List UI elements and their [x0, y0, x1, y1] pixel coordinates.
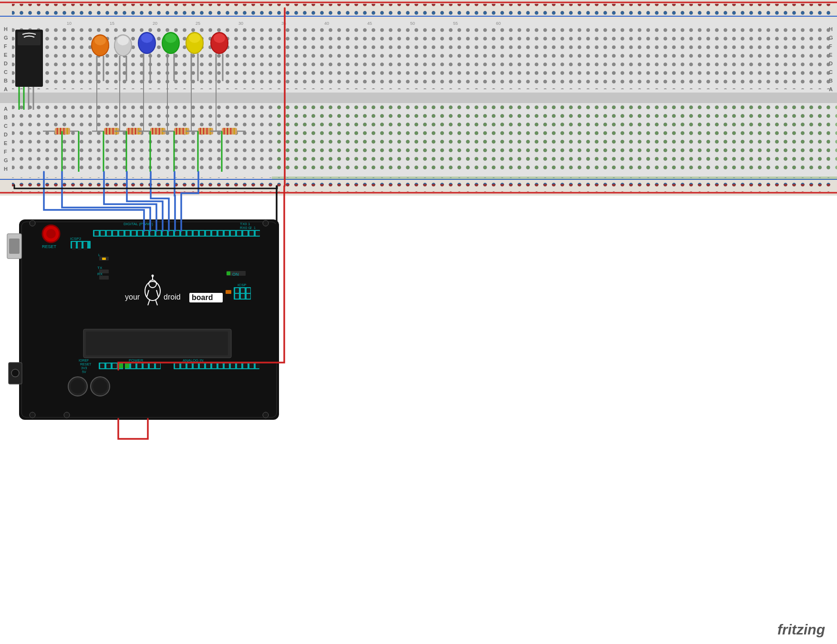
arduino-your-text: your	[125, 293, 140, 301]
arduino-tx-label: TX	[97, 266, 103, 270]
arduino-power-pins	[100, 364, 160, 368]
red-led-highlight	[214, 33, 225, 43]
black-ground-wire	[124, 186, 277, 370]
svg-rect-15	[125, 231, 130, 236]
wire-to-resistor-3	[104, 172, 156, 231]
svg-rect-11	[101, 231, 105, 236]
arduino-reset-label: RESET	[42, 244, 57, 249]
arduino-cap1	[226, 290, 231, 294]
arduino-pin-label-2: 2	[250, 226, 252, 229]
svg-rect-14	[119, 231, 124, 236]
arduino-robot-antenna-tip	[152, 275, 154, 277]
svg-rect-31	[225, 231, 229, 236]
svg-rect-52	[231, 364, 235, 368]
arduino-3v3-label: 3V3	[81, 366, 87, 370]
row-label-b2: B	[4, 114, 8, 120]
row-label-a-r: A	[829, 86, 833, 92]
svg-rect-18	[144, 231, 148, 236]
svg-rect-16	[132, 231, 136, 236]
svg-rect-23	[175, 231, 179, 236]
col-num-30: 30	[238, 21, 243, 26]
arduino-digital-header	[93, 230, 260, 237]
svg-rect-35	[249, 231, 254, 236]
col-num-50: 50	[410, 21, 415, 26]
bottom-blue-rail-dots	[12, 177, 832, 185]
arduino-cap-left	[68, 377, 87, 396]
arduino-analog-label: ANALOG IN	[183, 358, 204, 363]
arduino-l-led-area	[99, 257, 109, 260]
ir-sensor-arc2	[24, 36, 34, 38]
svg-rect-19	[150, 231, 155, 236]
yellow-led-highlight	[189, 33, 200, 43]
svg-rect-4	[72, 242, 76, 248]
mount-hole-bl	[30, 412, 35, 418]
svg-rect-9	[83, 248, 87, 250]
row-label-h: H	[4, 26, 8, 32]
arduino-reset-button[interactable]	[42, 225, 60, 242]
row-label-c2: C	[4, 123, 8, 129]
row-label-c-r: C	[829, 69, 833, 75]
ir-sensor-arc	[22, 33, 36, 35]
bottom-red-rail-dots	[12, 184, 832, 192]
svg-rect-25	[187, 231, 192, 236]
svg-rect-55	[249, 364, 254, 368]
svg-rect-51	[225, 364, 229, 368]
top-blue-rail-dots	[12, 10, 832, 18]
r5-body	[174, 128, 189, 135]
top-holes-grid	[12, 27, 830, 89]
row-label-d: D	[4, 61, 8, 66]
svg-rect-38	[241, 288, 245, 293]
svg-rect-12	[107, 231, 111, 236]
arduino-icsp-label: ICSP	[238, 283, 247, 287]
svg-rect-65	[150, 364, 154, 368]
white-led-body	[114, 35, 132, 56]
mount-hole-br	[263, 412, 269, 418]
ir-sensor-top-detail	[18, 32, 41, 45]
row-label-b-r: B	[829, 78, 833, 83]
arduino-robot-head	[149, 280, 156, 288]
mount-hole-b2	[64, 412, 70, 418]
blue-led-highlight	[141, 33, 153, 43]
col-num-20: 20	[153, 21, 157, 26]
r6-body	[198, 128, 213, 135]
arduino-tx-led	[102, 270, 106, 273]
wire-to-resistor-7	[181, 172, 198, 231]
svg-rect-46	[194, 364, 198, 368]
arduino-digital-pins	[94, 231, 260, 236]
row-label-f: F	[4, 43, 7, 49]
row-label-d2: D	[4, 132, 8, 137]
arduino-rx0-label: RX0 0	[240, 226, 251, 230]
top-power-rail	[0, 0, 837, 19]
svg-rect-42	[247, 294, 250, 299]
svg-rect-54	[243, 364, 248, 368]
svg-rect-58	[106, 364, 111, 368]
arduino-tx-led-area	[99, 270, 109, 273]
row-label-b: B	[4, 78, 8, 83]
row-label-h2: H	[4, 166, 8, 172]
arduino-cap-left-inner	[71, 379, 85, 394]
breadboard	[0, 0, 837, 196]
row-label-a: A	[4, 86, 8, 92]
wire-to-resistor-2	[62, 172, 150, 231]
svg-rect-66	[156, 364, 160, 368]
col-num-25: 25	[196, 21, 200, 26]
yellow-led-body	[186, 32, 203, 53]
col-num-40: 40	[324, 21, 329, 26]
svg-rect-22	[169, 231, 173, 236]
row-label-g: G	[4, 35, 8, 41]
mount-hole-tl	[30, 220, 35, 226]
arduino-board-text: board	[192, 293, 213, 301]
arduino-droid-text: droid	[164, 293, 181, 301]
svg-rect-37	[235, 288, 239, 293]
svg-rect-24	[181, 231, 186, 236]
svg-rect-29	[212, 231, 217, 236]
arduino-robot-arm-l	[147, 290, 149, 297]
svg-rect-28	[206, 231, 210, 236]
arduino-digital-label: DIGITAL (PWM~)	[124, 222, 153, 226]
row-label-g-r: G	[829, 35, 833, 41]
row-label-g2: G	[4, 157, 8, 163]
breadboard-bottom-half	[0, 103, 837, 177]
svg-rect-21	[163, 231, 167, 236]
svg-rect-36	[256, 231, 260, 236]
r7-body	[222, 128, 237, 135]
